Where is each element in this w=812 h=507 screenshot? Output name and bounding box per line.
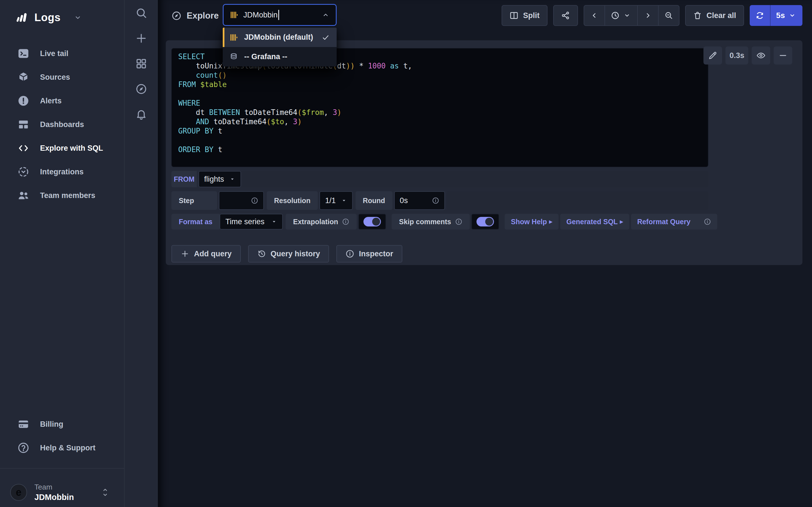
team-avatar: e xyxy=(10,484,27,501)
step-input[interactable] xyxy=(219,191,264,210)
clear-all-label: Clear all xyxy=(707,11,736,20)
sidebar-item-label: Team members xyxy=(40,191,95,200)
plus-icon xyxy=(181,249,190,258)
round-value: 0s xyxy=(400,196,408,205)
actions-row: Add query Query history Inspector xyxy=(171,245,402,263)
check-icon xyxy=(321,33,330,42)
datasource-picker[interactable]: JDMobbin xyxy=(223,4,337,26)
explore-button[interactable] xyxy=(135,82,148,96)
compass-icon xyxy=(171,11,182,21)
info-icon xyxy=(704,218,711,225)
dashboard-icon xyxy=(17,119,29,130)
round-input[interactable]: 0s xyxy=(394,191,445,210)
query-panel: SELECT toUnixTimestamp(toStartOfMinute(d… xyxy=(166,40,802,265)
reformat-query-button[interactable]: Reformat Query xyxy=(631,214,717,230)
from-row-fill xyxy=(241,171,708,187)
chevron-right-icon xyxy=(644,11,652,20)
zoom-out-button[interactable] xyxy=(658,6,679,25)
sidebar-item-integrations[interactable]: Integrations xyxy=(0,160,124,184)
team-switcher[interactable]: e Team JDMobbin xyxy=(0,483,124,502)
chevron-down-icon[interactable] xyxy=(73,13,82,22)
table-select[interactable]: flights xyxy=(199,171,241,187)
generated-sql-label: Generated SQL xyxy=(566,218,618,226)
sidebar-item-alerts[interactable]: Alerts xyxy=(0,89,124,113)
clickhouse-logo-icon xyxy=(230,10,238,20)
time-shift-back-button[interactable] xyxy=(584,6,605,25)
round-label: Round xyxy=(356,191,393,210)
search-icon xyxy=(135,7,147,19)
chevron-down-icon xyxy=(622,11,631,20)
cube-icon xyxy=(17,71,29,83)
inspector-label: Inspector xyxy=(359,249,393,258)
extrapolation-label: Extrapolation xyxy=(286,214,357,230)
sidebar-item-label: Explore with SQL xyxy=(40,144,103,153)
show-help-button[interactable]: Show Help ▸ xyxy=(505,214,559,230)
query-history-button[interactable]: Query history xyxy=(248,245,329,263)
sidebar-item-label: Help & Support xyxy=(40,444,96,452)
sidebar-item-explore-with-sql[interactable]: Explore with SQL xyxy=(0,136,124,160)
format-select[interactable]: Time series xyxy=(220,214,283,230)
spacer xyxy=(559,214,560,230)
sidebar: Logs Live tail Sources xyxy=(0,0,124,507)
share-button[interactable] xyxy=(553,5,578,26)
extrapolation-toggle[interactable] xyxy=(358,214,386,230)
edit-query-button[interactable] xyxy=(703,47,722,64)
sidebar-item-live-tail[interactable]: Live tail xyxy=(0,42,124,65)
alert-circle-icon xyxy=(17,95,29,107)
refresh-interval-button[interactable]: 5s xyxy=(770,5,802,26)
spacer xyxy=(353,191,356,210)
clear-all-button[interactable]: Clear all xyxy=(685,5,744,26)
sidebar-item-billing[interactable]: Billing xyxy=(0,412,124,436)
run-query-button[interactable] xyxy=(750,5,770,26)
format-as-label: Format as xyxy=(171,214,220,230)
spacer xyxy=(393,191,394,210)
collapse-query-button[interactable] xyxy=(774,47,792,64)
minus-icon xyxy=(778,51,788,60)
zoom-out-icon xyxy=(664,11,673,20)
code-icon xyxy=(17,142,29,154)
time-range-picker-button[interactable] xyxy=(605,6,637,25)
team-name: JDMobbin xyxy=(35,493,74,502)
inspector-button[interactable]: Inspector xyxy=(336,245,402,263)
page-title-text: Explore xyxy=(187,11,219,21)
chevron-up-icon[interactable] xyxy=(322,11,329,19)
add-query-button[interactable]: Add query xyxy=(171,245,241,263)
datasource-option-grafana[interactable]: -- Grafana -- xyxy=(223,47,337,66)
resolution-select[interactable]: 1/1 xyxy=(319,191,353,210)
app-logo[interactable]: Logs xyxy=(0,0,124,24)
apps-button[interactable] xyxy=(135,57,148,70)
sidebar-item-label: Alerts xyxy=(40,97,62,105)
time-shift-forward-button[interactable] xyxy=(637,6,658,25)
caret-down-icon xyxy=(271,219,277,225)
step-row-fill xyxy=(447,191,708,210)
plus-icon xyxy=(135,33,147,44)
split-button[interactable]: Split xyxy=(502,5,548,26)
icon-rail xyxy=(124,0,158,507)
resolution-value: 1/1 xyxy=(325,196,336,205)
sidebar-item-label: Dashboards xyxy=(40,120,84,129)
split-label: Split xyxy=(523,11,540,20)
add-button[interactable] xyxy=(135,32,148,45)
time-range-controls xyxy=(583,5,679,26)
sidebar-item-dashboards[interactable]: Dashboards xyxy=(0,113,124,136)
preview-query-button[interactable] xyxy=(752,47,770,64)
sql-code: SELECT toUnixTimestamp(toStartOfMinute(d… xyxy=(178,52,708,154)
skip-comments-toggle[interactable] xyxy=(471,214,499,230)
datasource-option-label: -- Grafana -- xyxy=(244,52,287,61)
sidebar-item-help-support[interactable]: Help & Support xyxy=(0,436,124,460)
elapsed-label: 0.3s xyxy=(729,51,744,60)
notifications-button[interactable] xyxy=(135,108,148,121)
bell-icon xyxy=(135,108,147,120)
search-button[interactable] xyxy=(135,6,148,20)
sidebar-item-sources[interactable]: Sources xyxy=(0,65,124,89)
generated-sql-button[interactable]: Generated SQL ▸ xyxy=(560,214,629,230)
sidebar-item-team-members[interactable]: Team members xyxy=(0,184,124,207)
topbar-actions: Split xyxy=(502,5,802,26)
skip-comments-text: Skip comments xyxy=(399,218,451,226)
info-icon xyxy=(251,197,258,204)
datasource-option-default[interactable]: JDMobbin (default) xyxy=(223,27,337,47)
spacer xyxy=(386,214,392,230)
chevrons-up-down-icon xyxy=(101,487,109,498)
main-content: Explore JDMobbin xyxy=(158,0,812,507)
sidebar-item-label: Integrations xyxy=(40,168,84,176)
